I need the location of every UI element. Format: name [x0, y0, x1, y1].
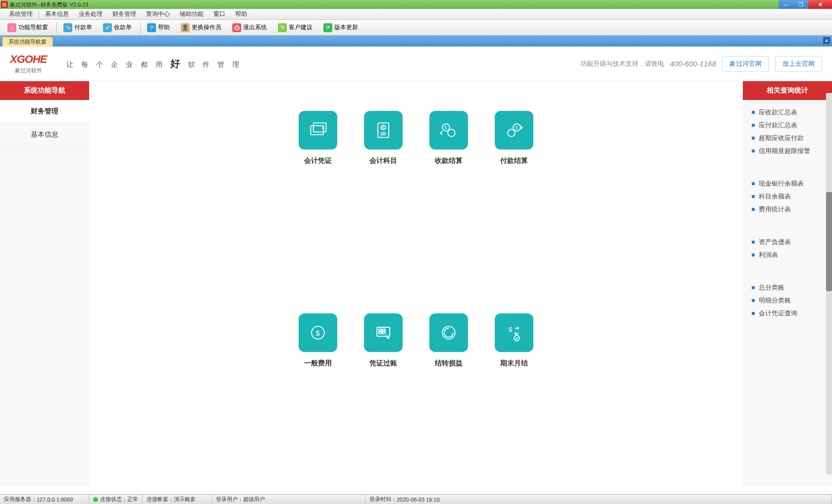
- expense-icon: $: [299, 313, 337, 352]
- logo-text: XGOHE: [10, 53, 47, 66]
- window-title: 象过河软件--财务免费版 V2.0.23: [10, 1, 88, 8]
- voucher-icon: $: [299, 111, 337, 150]
- window-controls: — ❐ ✕: [779, 0, 832, 9]
- tool-help[interactable]: ?帮助: [143, 22, 174, 34]
- right-sidebar: 相关查询统计 应收款汇总表 应付款汇总表 超期应收应付款 信用额度超限报警 现金…: [743, 81, 832, 486]
- subject-icon: $: [364, 111, 403, 150]
- slogan: 让 每 个 企 业 都 用 好 软 件 管 理: [66, 57, 242, 70]
- vertical-scrollbar[interactable]: [826, 93, 832, 474]
- tool-receipt[interactable]: ↙收款单: [99, 22, 136, 34]
- payment-settle-icon: $: [495, 111, 533, 150]
- close-button[interactable]: ✕: [808, 0, 832, 9]
- app-icon: 过: [1, 1, 8, 8]
- link-group-1: 应收款汇总表 应付款汇总表 超期应收应付款 信用额度超限报警: [743, 106, 832, 162]
- period-close-icon: $: [495, 313, 533, 352]
- link-balance-sheet[interactable]: 资产负债表: [752, 236, 823, 249]
- center-content: $ 会计凭证 $ 会计科目 $ 收款结算 $ 付款结算 $ 一般费用 凭证过账: [89, 81, 743, 486]
- menu-system[interactable]: 系统管理: [4, 10, 38, 18]
- link-overdue[interactable]: 超期应收应付款: [752, 132, 823, 145]
- link-subject-balance[interactable]: 科目余额表: [752, 190, 823, 203]
- link-group-4: 总分类账 明细分类账 会计凭证查询: [743, 281, 832, 325]
- link-expense-stats[interactable]: 费用统计表: [752, 203, 823, 216]
- status-server: 应用服务器： 127.0.0.1:8069: [0, 495, 89, 504]
- statusbar: 应用服务器： 127.0.0.1:8069 连接状态： 正常 连接帐套： 演示账…: [0, 494, 832, 504]
- status-connection: 连接状态： 正常: [89, 495, 143, 504]
- left-sidebar-title: 系统功能导航: [0, 81, 89, 100]
- link-general-ledger[interactable]: 总分类账: [752, 281, 823, 294]
- svg-text:$: $: [382, 126, 384, 130]
- official-site-button[interactable]: 象过河官网: [722, 56, 769, 72]
- document-tabstrip: 系统功能导航窗 ✕: [0, 36, 832, 47]
- card-payment-settle[interactable]: $ 付款结算: [481, 111, 547, 284]
- scrollbar-thumb[interactable]: [826, 192, 832, 291]
- carryover-icon: [429, 313, 468, 352]
- link-group-2: 现金银行余额表 科目余额表 费用统计表: [743, 177, 832, 221]
- upload-site-button[interactable]: 放上去官网: [775, 56, 822, 72]
- post-voucher-icon: [364, 313, 403, 352]
- tab-nav-window[interactable]: 系统功能导航窗: [2, 37, 53, 47]
- svg-text:$: $: [315, 329, 319, 337]
- link-detail-ledger[interactable]: 明细分类账: [752, 294, 823, 307]
- status-account: 连接帐套： 演示账套: [143, 495, 212, 504]
- tool-feedback[interactable]: ✎客户建议: [273, 22, 317, 34]
- logo: XGOHE 象过河软件: [10, 53, 47, 74]
- menu-query[interactable]: 查询中心: [141, 10, 175, 18]
- link-voucher-query[interactable]: 会计凭证查询: [752, 307, 823, 320]
- svg-text:$: $: [322, 125, 324, 130]
- card-carryover[interactable]: 结转损益: [416, 313, 481, 486]
- sidebar-item-basic-info[interactable]: 基本信息: [0, 123, 89, 147]
- svg-point-12: [508, 129, 515, 137]
- tool-exit[interactable]: ⏻退出系统: [228, 22, 271, 34]
- tool-payment[interactable]: ↘付款单: [59, 22, 97, 34]
- svg-rect-19: [382, 329, 385, 331]
- receipt-settle-icon: $: [429, 111, 468, 150]
- maximize-button[interactable]: ❐: [793, 0, 808, 9]
- header-right: 功能升级与技术支持，请致电 400-600-1168 象过河官网 放上去官网: [580, 56, 822, 72]
- tool-update[interactable]: ⟳版本更新: [319, 22, 363, 34]
- card-subject[interactable]: $ 会计科目: [351, 111, 416, 284]
- link-profit[interactable]: 利润表: [752, 249, 823, 261]
- function-grid: $ 会计凭证 $ 会计科目 $ 收款结算 $ 付款结算 $ 一般费用 凭证过账: [285, 111, 547, 486]
- svg-rect-0: [311, 126, 323, 135]
- sidebar-item-finance[interactable]: 财务管理: [0, 100, 89, 123]
- menu-finance[interactable]: 财务管理: [107, 10, 141, 18]
- menu-business[interactable]: 业务处理: [74, 10, 107, 18]
- card-general-expense[interactable]: $ 一般费用: [285, 313, 351, 486]
- tabstrip-close-icon[interactable]: ✕: [823, 37, 830, 44]
- menu-basic-info[interactable]: 基本信息: [40, 10, 74, 18]
- svg-text:$: $: [516, 126, 518, 130]
- status-user: 登录用户： 超级用户: [212, 495, 365, 504]
- svg-text:$: $: [445, 126, 447, 130]
- link-receivable-summary[interactable]: 应收款汇总表: [752, 106, 823, 119]
- card-voucher[interactable]: $ 会计凭证: [285, 111, 351, 284]
- menu-window[interactable]: 窗口: [208, 10, 230, 18]
- brand-header: XGOHE 象过河软件 让 每 个 企 业 都 用 好 软 件 管 理 功能升级…: [0, 47, 832, 81]
- link-credit-alarm[interactable]: 信用额度超限报警: [752, 145, 823, 157]
- card-period-close[interactable]: $ 期末月结: [481, 313, 547, 486]
- svg-rect-21: [382, 332, 385, 334]
- support-text: 功能升级与技术支持，请致电: [580, 59, 664, 68]
- menu-help[interactable]: 帮助: [230, 10, 252, 18]
- main-region: XGOHE 象过河软件 让 每 个 企 业 都 用 好 软 件 管 理 功能升级…: [0, 47, 832, 486]
- card-receipt-settle[interactable]: $ 收款结算: [416, 111, 481, 284]
- support-phone: 400-600-1168: [670, 59, 716, 68]
- svg-text:$: $: [509, 326, 512, 333]
- link-group-3: 资产负债表 利润表: [743, 236, 832, 266]
- svg-point-10: [448, 129, 455, 137]
- right-sidebar-title: 相关查询统计: [743, 81, 832, 100]
- svg-rect-18: [379, 329, 382, 331]
- link-cash-bank[interactable]: 现金银行余额表: [752, 177, 823, 190]
- minimize-button[interactable]: —: [779, 0, 793, 9]
- toolbar: ⌂功能导航窗 ↘付款单 ↙收款单 ?帮助 👤更换操作员 ⏻退出系统 ✎客户建议 …: [0, 20, 832, 36]
- connection-ok-icon: [93, 497, 98, 502]
- menu-aux[interactable]: 辅助功能: [175, 10, 208, 18]
- left-sidebar: 系统功能导航 财务管理 基本信息: [0, 81, 89, 486]
- menubar: 系统管理 基本信息 业务处理 财务管理 查询中心 辅助功能 窗口 帮助: [0, 9, 832, 20]
- svg-rect-20: [379, 332, 382, 334]
- logo-subtitle: 象过河软件: [15, 67, 42, 74]
- tool-nav-window[interactable]: ⌂功能导航窗: [3, 22, 52, 34]
- status-login-time: 登录时间： 2020-08-03 16:10: [365, 495, 832, 504]
- tool-switch-user[interactable]: 👤更换操作员: [176, 22, 226, 34]
- card-post-voucher[interactable]: 凭证过账: [351, 313, 416, 486]
- link-payable-summary[interactable]: 应付款汇总表: [752, 119, 823, 132]
